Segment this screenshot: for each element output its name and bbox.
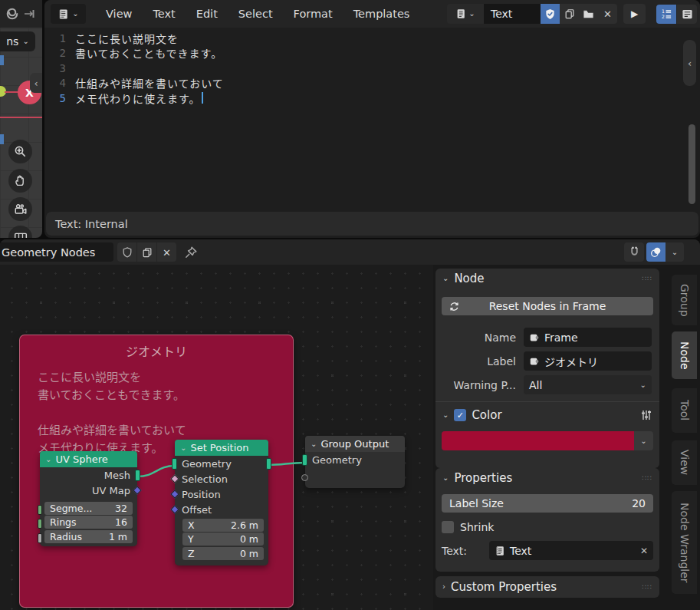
new-node-tree-button[interactable] bbox=[137, 242, 156, 262]
menu-bar: View Text Edit Select Format Templates bbox=[106, 8, 409, 20]
snap-target-icon[interactable] bbox=[23, 8, 35, 20]
sidebar-collapse-chevron[interactable]: ‹ bbox=[683, 40, 696, 86]
properties-panel-header[interactable]: ⌄ Properties ∷∷ bbox=[435, 468, 659, 488]
line-numbers-toggle[interactable]: 12 bbox=[656, 5, 676, 24]
unlink-node-tree-button[interactable]: ✕ bbox=[157, 242, 176, 262]
socket-geometry-input[interactable] bbox=[302, 454, 307, 466]
node-tree-name: Geometry Nodes bbox=[2, 246, 95, 259]
menu-text[interactable]: Text bbox=[153, 8, 175, 20]
pan-gizmo-button[interactable] bbox=[8, 169, 32, 193]
options-label: ns bbox=[6, 35, 18, 48]
radius-field[interactable]: Radius1 m bbox=[44, 530, 133, 543]
node-set-position[interactable]: ⌄ Set Position Geometry Selection Positi… bbox=[175, 440, 268, 565]
node-header-set-position[interactable]: ⌄ Set Position bbox=[175, 440, 268, 456]
fake-user-toggle[interactable] bbox=[117, 242, 136, 262]
reset-nodes-in-frame-button[interactable]: Reset Nodes in Frame bbox=[442, 297, 653, 315]
snapping-toggle[interactable] bbox=[624, 242, 644, 262]
frame-color-swatch[interactable] bbox=[442, 431, 634, 450]
socket-geometry-output[interactable] bbox=[266, 458, 271, 470]
node-uv-sphere[interactable]: ⌄ UV Sphere Mesh UV Map Segme...32 bbox=[40, 451, 137, 546]
panel-drag-dots[interactable]: ∷∷ bbox=[642, 275, 652, 282]
line-text: ここに長い説明文を bbox=[75, 31, 179, 46]
line-number: 2 bbox=[44, 47, 66, 59]
text-datablock-browse-button[interactable]: ⌄ bbox=[447, 4, 484, 24]
line-number: 1 bbox=[44, 32, 66, 45]
socket-mesh-output[interactable] bbox=[135, 470, 140, 481]
overlays-icon bbox=[650, 246, 662, 258]
unlink-text-button[interactable]: ✕ bbox=[598, 4, 617, 24]
warning-propagation-dropdown[interactable]: All ⌄ bbox=[524, 375, 652, 394]
panel-title: Properties bbox=[454, 471, 512, 485]
blender-window: ns ⌄ X ‹ bbox=[0, 0, 700, 610]
svg-text:2: 2 bbox=[661, 14, 664, 19]
label-size-slider[interactable]: Label Size 20 bbox=[442, 494, 653, 513]
zoom-gizmo-button[interactable] bbox=[8, 140, 32, 163]
tab-tool[interactable]: Tool bbox=[672, 388, 697, 433]
options-dropdown[interactable]: ns ⌄ bbox=[0, 31, 35, 51]
color-subpanel-header[interactable]: ⌄ ✓ Color bbox=[435, 405, 659, 425]
offset-x-field[interactable]: X2.6 m bbox=[182, 519, 264, 532]
code-line: 5 メモ代わりに使えます。 bbox=[44, 91, 224, 106]
text-scrollbar[interactable] bbox=[688, 124, 695, 204]
shrink-checkbox[interactable] bbox=[442, 521, 454, 533]
editor-type-button[interactable]: ⌄ bbox=[51, 4, 86, 24]
word-wrap-toggle[interactable] bbox=[677, 5, 697, 24]
left-editor-header bbox=[0, 0, 42, 28]
name-field[interactable]: Frame bbox=[524, 328, 652, 347]
node-tree-name-field[interactable]: Geometry Nodes bbox=[0, 242, 113, 262]
socket-virtual-input[interactable] bbox=[301, 474, 308, 481]
node-group-output[interactable]: ⌄ Group Output Geometry bbox=[305, 436, 405, 488]
socket-partial-top[interactable] bbox=[0, 55, 4, 65]
menu-templates[interactable]: Templates bbox=[353, 8, 410, 20]
node-header-uv-sphere[interactable]: ⌄ UV Sphere bbox=[40, 451, 137, 467]
panel-drag-dots[interactable]: ∷∷ bbox=[642, 583, 652, 591]
tab-view[interactable]: View bbox=[672, 440, 697, 485]
show-overlays-toggle[interactable] bbox=[646, 242, 665, 262]
menu-view[interactable]: View bbox=[106, 8, 132, 20]
tab-group[interactable]: Group bbox=[672, 275, 697, 325]
node-panel-header[interactable]: ⌄ Node ∷∷ bbox=[435, 269, 659, 289]
chevron-down-icon: ⌄ bbox=[672, 249, 678, 256]
offset-z-field[interactable]: Z0 m bbox=[182, 547, 264, 560]
menu-select[interactable]: Select bbox=[238, 8, 273, 20]
tab-node[interactable]: Node bbox=[672, 331, 697, 379]
code-area[interactable]: 1 ここに長い説明文を 2 書いておくこともできます。 3 4 仕組みや詳細を書… bbox=[44, 31, 224, 106]
input-radius: Radius1 m bbox=[40, 530, 137, 543]
label-value: ジオメトリ bbox=[544, 354, 598, 369]
menu-edit[interactable]: Edit bbox=[196, 8, 218, 20]
fake-user-toggle[interactable] bbox=[541, 4, 560, 24]
run-script-button[interactable]: ▶ bbox=[623, 4, 646, 24]
clear-text-icon[interactable]: ✕ bbox=[640, 546, 648, 556]
socket-geometry-input[interactable] bbox=[172, 458, 177, 470]
color-checkbox[interactable]: ✓ bbox=[454, 409, 466, 421]
label-field[interactable]: ジオメトリ bbox=[524, 351, 652, 371]
rings-field[interactable]: Rings16 bbox=[44, 516, 133, 529]
custom-properties-header[interactable]: › Custom Properties ∷∷ bbox=[435, 576, 659, 598]
offset-y-field[interactable]: Y0 m bbox=[182, 533, 264, 546]
socket-partial-bottom[interactable] bbox=[0, 134, 4, 144]
color-dropdown-button[interactable]: ⌄ bbox=[634, 431, 653, 450]
overlays-control: ⌄ bbox=[646, 242, 684, 262]
node-header-group-output[interactable]: ⌄ Group Output bbox=[305, 436, 405, 452]
chevron-down-icon: ⌄ bbox=[468, 10, 475, 18]
presets-icon[interactable] bbox=[640, 409, 652, 421]
properties-panel: ⌄ Properties ∷∷ Label Size 20 Shrink Tex… bbox=[435, 468, 659, 572]
menu-format[interactable]: Format bbox=[294, 8, 333, 20]
text-datablock-field[interactable]: Text ✕ bbox=[489, 541, 653, 560]
text-name-field[interactable]: Text bbox=[484, 4, 541, 24]
open-text-button[interactable] bbox=[579, 4, 598, 24]
camera-view-gizmo-button[interactable] bbox=[8, 197, 32, 221]
socket-rings-input[interactable] bbox=[38, 519, 42, 529]
panel-drag-dots[interactable]: ∷∷ bbox=[642, 474, 652, 482]
new-text-button[interactable] bbox=[560, 4, 579, 24]
duplicate-icon bbox=[142, 247, 153, 258]
socket-radius-input[interactable] bbox=[38, 533, 42, 543]
segments-field[interactable]: Segme...32 bbox=[44, 502, 133, 515]
tab-node-wrangler[interactable]: Node Wrangler bbox=[672, 491, 697, 594]
region-collapse-left-chevron[interactable]: ‹ bbox=[30, 73, 42, 93]
socket-segments-input[interactable] bbox=[38, 505, 42, 515]
pin-icon[interactable] bbox=[184, 246, 198, 259]
proportional-falloff-icon[interactable] bbox=[5, 6, 20, 21]
overlays-dropdown[interactable]: ⌄ bbox=[665, 242, 684, 262]
collapse-chevron-icon: ⌄ bbox=[311, 440, 317, 448]
